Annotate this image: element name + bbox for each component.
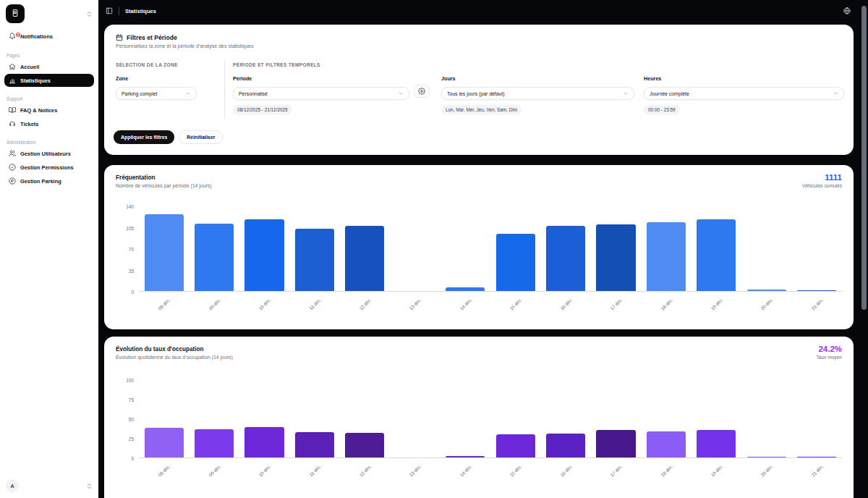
vertical-scrollbar[interactable] — [861, 6, 867, 310]
globe-icon[interactable] — [843, 7, 851, 14]
filters-title: Filtres et Période — [127, 34, 177, 41]
x-tick-label: 09 déc. — [208, 463, 222, 478]
y-tick-label: 70 — [129, 247, 134, 252]
apply-filters-button[interactable]: Appliquer les filtres — [114, 130, 174, 144]
x-tick-label: 10 déc. — [258, 297, 272, 311]
sidebar-item-gestion-permissions[interactable]: Gestion Permissions — [4, 161, 94, 174]
x-tick-label: 09 déc. — [208, 297, 222, 311]
bar-09-d-c-[interactable] — [195, 224, 234, 291]
sidebar-toggle-icon[interactable] — [106, 7, 113, 14]
bar-17-d-c-[interactable] — [596, 224, 635, 291]
x-tick-label: 21 déc. — [810, 297, 825, 311]
chart-subtitle: Évolution quotidienne du taux d'occupati… — [116, 355, 233, 360]
bar-19-d-c-[interactable] — [697, 219, 736, 291]
bar-14-d-c-[interactable] — [446, 287, 485, 291]
sidebar-item-gestion-utilisateurs[interactable]: Gestion Utilisateurs — [4, 147, 94, 160]
x-axis-labels: 08 déc.09 déc.10 déc.11 déc.12 déc.13 dé… — [139, 292, 842, 318]
period-settings-button[interactable] — [414, 85, 430, 98]
filters-subtitle: Personnalisez la zone et la période d'an… — [104, 41, 854, 48]
bar-slot — [189, 380, 239, 457]
bar-20-d-c-[interactable] — [747, 457, 786, 457]
y-tick-label: 35 — [129, 268, 134, 273]
occupation-card: Évolution du taux d'occupation Évolution… — [104, 337, 854, 498]
bar-11-d-c-[interactable] — [295, 229, 334, 291]
app-logo[interactable] — [6, 4, 25, 23]
x-tick-label: 14 déc. — [459, 463, 473, 478]
occupation-bar-chart: 0255075100 08 déc.09 déc.10 déc.11 déc.1… — [110, 380, 842, 484]
bar-slot — [390, 206, 440, 291]
sidebar-item-gestion-parking[interactable]: Gestion Parking — [4, 174, 94, 187]
hours-select[interactable]: Journée complète — [644, 87, 844, 100]
user-avatar[interactable]: A — [6, 479, 19, 492]
sidebar-item-statistiques[interactable]: Statistiques — [4, 74, 94, 87]
x-tick-label: 14 déc. — [459, 297, 473, 311]
sidebar-header — [0, 0, 98, 26]
sidebar-item-accueil[interactable]: Accueil — [4, 60, 94, 73]
bar-18-d-c-[interactable] — [647, 431, 686, 457]
chevron-down-icon — [185, 90, 191, 96]
bar-11-d-c-[interactable] — [295, 432, 334, 457]
x-tick-label: 11 déc. — [308, 297, 322, 311]
stat-label: Véhicules cumulés — [802, 183, 842, 188]
x-slot: 11 déc. — [289, 292, 339, 318]
x-slot: 18 déc. — [641, 458, 691, 484]
bar-18-d-c-[interactable] — [647, 222, 686, 291]
bar-slot — [591, 380, 641, 457]
bar-slot — [289, 380, 339, 457]
x-slot: 14 déc. — [441, 458, 490, 484]
bar-slot — [239, 206, 289, 291]
circle-check-icon — [9, 164, 16, 171]
chevron-down-icon — [833, 90, 838, 96]
section-divider — [224, 61, 225, 119]
x-tick-label: 11 déc. — [308, 463, 322, 477]
bar-slot — [441, 380, 490, 457]
bar-slot — [340, 206, 390, 291]
bar-15-d-c-[interactable] — [496, 234, 535, 291]
bar-slot — [741, 206, 791, 291]
x-tick-label: 08 déc. — [157, 463, 171, 478]
x-tick-label: 20 déc. — [760, 463, 775, 478]
bar-slot — [591, 206, 641, 291]
bar-14-d-c-[interactable] — [446, 456, 485, 457]
bar-slot — [390, 380, 440, 457]
bar-10-d-c-[interactable] — [244, 427, 284, 457]
x-slot: 21 déc. — [791, 292, 841, 318]
bar-09-d-c-[interactable] — [195, 429, 234, 457]
x-tick-label: 16 déc. — [559, 463, 574, 478]
bar-17-d-c-[interactable] — [596, 430, 635, 457]
user-menu-chevrons-icon[interactable] — [86, 483, 93, 489]
period-select[interactable]: Personnalisé — [233, 87, 409, 100]
period-section-label: PÉRIODE ET FILTRES TEMPORELS — [233, 62, 320, 67]
bar-10-d-c-[interactable] — [244, 219, 284, 291]
bar-12-d-c-[interactable] — [345, 226, 384, 291]
bar-slot — [189, 206, 239, 291]
sidebar-item-notifications[interactable]: 3 Notifications — [4, 30, 94, 43]
sidebar-item-faq-notices[interactable]: FAQ & Notices — [4, 104, 94, 117]
x-slot: 20 déc. — [741, 292, 791, 318]
bar-20-d-c-[interactable] — [747, 290, 786, 291]
zone-select[interactable]: Parking complet — [116, 87, 197, 100]
bar-15-d-c-[interactable] — [496, 434, 535, 457]
bar-16-d-c-[interactable] — [546, 226, 585, 291]
bar-16-d-c-[interactable] — [546, 434, 585, 457]
bar-21-d-c-[interactable] — [797, 457, 836, 457]
sidebar-item-label: Gestion Utilisateurs — [20, 151, 71, 157]
bar-08-d-c-[interactable] — [145, 214, 184, 291]
x-slot: 16 déc. — [540, 292, 590, 318]
bar-19-d-c-[interactable] — [697, 430, 736, 457]
bar-21-d-c-[interactable] — [797, 290, 836, 291]
x-tick-label: 12 déc. — [358, 297, 373, 311]
reset-filters-button[interactable]: Réinitialiser — [179, 130, 223, 144]
chevrons-up-down-icon[interactable] — [86, 11, 93, 17]
x-slot: 15 déc. — [490, 292, 540, 318]
x-slot: 14 déc. — [441, 292, 490, 318]
sidebar-section-label: Support — [7, 96, 92, 101]
bar-12-d-c-[interactable] — [345, 433, 384, 457]
x-slot: 21 déc. — [791, 458, 841, 484]
bar-08-d-c-[interactable] — [145, 428, 184, 457]
home-icon — [9, 63, 16, 70]
bar-slot — [791, 380, 841, 457]
sidebar-item-tickets[interactable]: Tickets — [4, 117, 94, 130]
days-select[interactable]: Tous les jours (par défaut) — [441, 87, 634, 100]
days-label: Jours — [441, 75, 634, 82]
